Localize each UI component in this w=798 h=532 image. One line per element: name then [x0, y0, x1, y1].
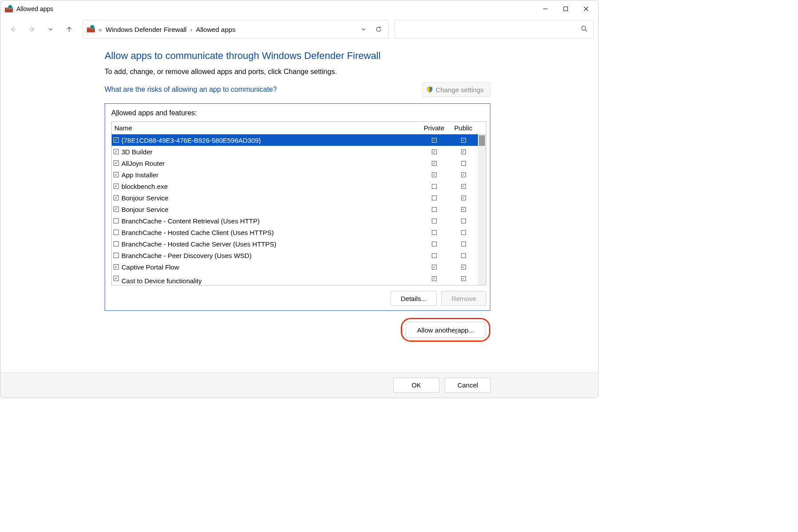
risks-link[interactable]: What are the risks of allowing an app to…: [105, 86, 277, 94]
row-private-checkbox[interactable]: [432, 207, 437, 212]
svg-line-15: [585, 30, 587, 31]
scrollbar-track[interactable]: [478, 134, 486, 285]
nav-up-button[interactable]: [61, 21, 78, 38]
row-public-checkbox[interactable]: [461, 207, 466, 212]
table-row[interactable]: BranchCache - Peer Discovery (Uses WSD): [112, 250, 486, 261]
row-public-checkbox[interactable]: [461, 219, 466, 223]
table-row[interactable]: BranchCache - Hosted Cache Client (Uses …: [112, 227, 486, 238]
row-public-checkbox[interactable]: [461, 172, 466, 177]
row-enabled-checkbox[interactable]: [113, 218, 119, 223]
row-enabled-checkbox[interactable]: [113, 264, 119, 270]
details-button[interactable]: Details...: [391, 291, 437, 306]
col-header-private[interactable]: Private: [419, 124, 449, 132]
chevron-right-icon: ›: [190, 26, 192, 33]
scrollbar-thumb[interactable]: [479, 135, 485, 146]
row-public-checkbox[interactable]: [461, 196, 466, 200]
row-private-checkbox[interactable]: [432, 242, 437, 246]
row-private-checkbox[interactable]: [432, 253, 437, 258]
firewall-icon: [87, 25, 95, 34]
minimize-button[interactable]: [535, 2, 555, 16]
close-button[interactable]: [576, 2, 596, 16]
titlebar: Allowed apps: [0, 0, 598, 17]
row-enabled-checkbox[interactable]: [113, 230, 119, 235]
row-private-checkbox[interactable]: [432, 149, 437, 154]
table-row[interactable]: Bonjour Service: [112, 192, 486, 203]
table-row[interactable]: BranchCache - Content Retrieval (Uses HT…: [112, 215, 486, 227]
nav-back-button[interactable]: [5, 21, 22, 38]
window-title: Allowed apps: [16, 5, 53, 12]
row-enabled-checkbox[interactable]: [113, 253, 119, 258]
row-enabled-checkbox[interactable]: [113, 149, 119, 154]
table-row[interactable]: Bonjour Service: [112, 203, 486, 215]
row-name-label: {78E1CD88-49E3-476E-B926-580E596AD309}: [121, 137, 419, 144]
row-private-checkbox[interactable]: [432, 196, 437, 200]
row-enabled-checkbox[interactable]: [113, 172, 119, 177]
page-subtext: To add, change, or remove allowed apps a…: [105, 68, 598, 76]
row-private-checkbox[interactable]: [432, 161, 437, 166]
change-settings-button[interactable]: Change settings: [422, 82, 490, 97]
table-row[interactable]: App Installer: [112, 169, 486, 180]
list-header: Name Private Public: [112, 122, 486, 134]
row-private-checkbox[interactable]: [432, 276, 437, 281]
row-public-checkbox[interactable]: [461, 265, 466, 270]
row-name-label: BranchCache - Hosted Cache Client (Uses …: [121, 229, 419, 236]
row-public-checkbox[interactable]: [461, 242, 466, 246]
table-row[interactable]: Cast to Device functionality: [112, 273, 486, 284]
nav-forward-button[interactable]: [23, 21, 40, 38]
row-private-checkbox[interactable]: [432, 265, 437, 270]
dialog-footer: OK Cancel: [0, 372, 598, 398]
row-name-label: Bonjour Service: [121, 206, 419, 213]
remove-button[interactable]: Remove: [441, 291, 486, 306]
row-public-checkbox[interactable]: [461, 230, 466, 235]
svg-point-3: [9, 6, 12, 8]
row-private-checkbox[interactable]: [432, 172, 437, 177]
apps-listbox[interactable]: Name Private Public {78E1CD88-49E3-476E-…: [111, 121, 486, 286]
refresh-button[interactable]: [372, 23, 385, 35]
row-name-label: BranchCache - Hosted Cache Server (Uses …: [121, 240, 419, 248]
row-enabled-checkbox[interactable]: [113, 195, 119, 200]
row-name-label: Captive Portal Flow: [121, 263, 419, 271]
breadcrumb-bar[interactable]: « Windows Defender Firewall › Allowed ap…: [83, 20, 389, 39]
row-public-checkbox[interactable]: [461, 184, 466, 189]
row-public-checkbox[interactable]: [461, 253, 466, 258]
nav-recent-dropdown[interactable]: [42, 21, 59, 38]
row-name-label: BranchCache - Peer Discovery (Uses WSD): [121, 252, 419, 259]
cancel-button[interactable]: Cancel: [445, 378, 491, 393]
allow-another-app-button[interactable]: Allow another app...: [406, 322, 485, 338]
row-enabled-checkbox[interactable]: [113, 137, 119, 143]
table-row[interactable]: AllJoyn Router: [112, 157, 486, 169]
row-public-checkbox[interactable]: [461, 276, 466, 281]
search-input[interactable]: [394, 20, 594, 39]
table-row[interactable]: blockbench.exe: [112, 180, 486, 192]
row-enabled-checkbox[interactable]: [113, 160, 119, 166]
row-name-label: App Installer: [121, 171, 419, 179]
row-private-checkbox[interactable]: [432, 219, 437, 223]
change-settings-label: Change settings: [436, 86, 484, 94]
col-header-public[interactable]: Public: [449, 124, 478, 132]
maximize-button[interactable]: [555, 2, 576, 16]
ok-button[interactable]: OK: [393, 378, 439, 393]
row-public-checkbox[interactable]: [461, 149, 466, 154]
breadcrumb-prefix: «: [98, 26, 102, 33]
table-row[interactable]: {78E1CD88-49E3-476E-B926-580E596AD309}: [112, 134, 486, 146]
row-public-checkbox[interactable]: [461, 138, 466, 143]
table-row[interactable]: Captive Portal Flow: [112, 261, 486, 273]
row-enabled-checkbox[interactable]: [113, 276, 119, 281]
svg-point-14: [582, 26, 586, 30]
row-public-checkbox[interactable]: [461, 161, 466, 166]
row-private-checkbox[interactable]: [432, 230, 437, 235]
table-row[interactable]: 3D Builder: [112, 146, 486, 157]
col-header-name[interactable]: Name: [112, 124, 419, 132]
navbar: « Windows Defender Firewall › Allowed ap…: [0, 17, 598, 46]
breadcrumb-item-1[interactable]: Allowed apps: [196, 26, 235, 33]
row-private-checkbox[interactable]: [432, 138, 437, 143]
row-private-checkbox[interactable]: [432, 184, 437, 189]
breadcrumb-item-0[interactable]: Windows Defender Firewall: [106, 26, 187, 33]
row-name-label: blockbench.exe: [121, 183, 419, 190]
row-enabled-checkbox[interactable]: [113, 184, 119, 189]
row-enabled-checkbox[interactable]: [113, 241, 119, 246]
breadcrumb-dropdown-button[interactable]: [357, 23, 370, 35]
row-enabled-checkbox[interactable]: [113, 207, 119, 212]
table-row[interactable]: BranchCache - Hosted Cache Server (Uses …: [112, 238, 486, 250]
firewall-app-icon: [5, 5, 13, 13]
